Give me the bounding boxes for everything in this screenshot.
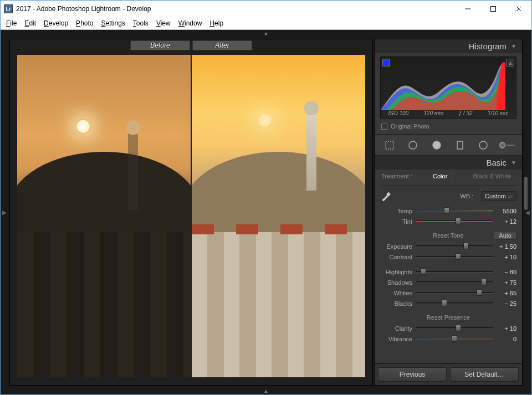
svg-point-7	[435, 143, 438, 147]
grad-filter-tool[interactable]	[452, 138, 468, 152]
histogram-title: Histogram	[469, 42, 507, 51]
checkbox-icon[interactable]	[381, 124, 387, 130]
window-title: 2017 - Adobe Photoshop Lightroom - Devel…	[16, 5, 151, 13]
treatment-label: Treatment :	[381, 173, 412, 179]
app-icon: Lr	[4, 4, 13, 13]
redeye-tool[interactable]	[429, 138, 444, 152]
menu-help[interactable]: Help	[206, 18, 227, 28]
wb-value: Custom	[485, 193, 506, 199]
before-image[interactable]	[17, 55, 191, 377]
app-body: ▼ ▶ Before After	[1, 29, 531, 394]
menu-window[interactable]: Window	[175, 18, 206, 28]
tone-header[interactable]: Reset Tone	[433, 232, 463, 239]
right-panel-toggle[interactable]: ◀	[524, 38, 531, 387]
svg-point-5	[409, 141, 417, 149]
wb-select[interactable]: Custom▵▿	[481, 191, 516, 201]
histogram[interactable]: ◭ ISO 100 120 mm ƒ / 32 1/10 sec	[380, 57, 516, 119]
svg-point-9	[479, 141, 487, 149]
slider-shadows[interactable]: Shadows + 75	[380, 277, 516, 288]
adjust-brush-tool[interactable]	[499, 138, 515, 152]
panel-scrollbar[interactable]	[524, 177, 528, 210]
minimize-button[interactable]	[455, 1, 480, 17]
menu-photo[interactable]: Photo	[73, 18, 96, 28]
menubar: File Edit Develop Photo Settings Tools V…	[1, 17, 531, 29]
treatment-color[interactable]: Color	[428, 173, 452, 179]
original-photo-row[interactable]: Original Photo	[375, 119, 522, 135]
menu-view[interactable]: View	[153, 18, 174, 28]
auto-button[interactable]: Auto	[494, 231, 516, 240]
after-image[interactable]	[192, 55, 365, 377]
radial-filter-tool[interactable]	[475, 138, 491, 152]
previous-button[interactable]: Previous	[378, 367, 447, 382]
slider-clarity[interactable]: Clarity + 10	[380, 323, 516, 334]
basic-title: Basic	[486, 158, 507, 167]
slider-contrast[interactable]: Contrast + 10	[380, 252, 516, 262]
svg-rect-1	[491, 7, 496, 12]
chevron-down-icon: ▼	[511, 43, 516, 49]
crop-tool[interactable]	[382, 138, 397, 152]
slider-highlights[interactable]: Highlights − 80	[380, 266, 516, 277]
exif-iso: ISO 100	[388, 110, 409, 116]
basic-header[interactable]: Basic ▼	[375, 156, 522, 170]
menu-develop[interactable]: Develop	[40, 18, 71, 28]
after-label: After	[192, 40, 252, 50]
close-button[interactable]	[506, 1, 531, 17]
top-panel-toggle[interactable]: ▼	[1, 30, 531, 38]
filmstrip-toggle[interactable]: ▲	[1, 387, 531, 394]
before-label: Before	[130, 40, 190, 50]
set-default-button[interactable]: Set Default…	[450, 367, 519, 382]
treatment-bw[interactable]: Black & White	[469, 173, 515, 179]
menu-edit[interactable]: Edit	[21, 18, 39, 28]
menu-tools[interactable]: Tools	[130, 18, 152, 28]
menu-settings[interactable]: Settings	[98, 18, 128, 28]
slider-whites[interactable]: Whites + 65	[380, 288, 516, 298]
titlebar[interactable]: Lr 2017 - Adobe Photoshop Lightroom - De…	[1, 1, 531, 17]
spot-tool[interactable]	[405, 138, 421, 152]
slider-temp[interactable]: Temp 5500	[380, 206, 516, 216]
exif-shutter: 1/10 sec	[488, 110, 509, 116]
right-panel: Histogram ▼ ◭ ISO 100 120 mm	[374, 39, 523, 386]
chevron-down-icon: ▼	[511, 160, 516, 166]
slider-tint[interactable]: Tint + 12	[380, 216, 516, 227]
svg-rect-8	[457, 141, 463, 149]
window-frame: Lr 2017 - Adobe Photoshop Lightroom - De…	[0, 0, 532, 395]
svg-rect-4	[386, 141, 393, 149]
original-photo-label: Original Photo	[391, 123, 429, 130]
tool-strip	[375, 135, 522, 156]
wb-label: WB :	[460, 193, 473, 199]
histogram-header[interactable]: Histogram ▼	[375, 39, 522, 53]
eyedropper-icon[interactable]	[380, 190, 392, 202]
exif-aperture: ƒ / 32	[459, 110, 473, 116]
exif-focal: 120 mm	[423, 110, 443, 116]
slider-vibrance[interactable]: Vibrance 0	[380, 334, 516, 344]
menu-file[interactable]: File	[3, 18, 20, 28]
preview-canvas: Before After	[9, 39, 373, 386]
presence-header[interactable]: Reset Presence	[427, 314, 470, 321]
slider-exposure[interactable]: Exposure + 1.50	[380, 241, 516, 252]
left-panel-toggle[interactable]: ▶	[1, 38, 8, 387]
maximize-button[interactable]	[480, 1, 506, 17]
slider-blacks[interactable]: Blacks − 25	[380, 298, 516, 309]
